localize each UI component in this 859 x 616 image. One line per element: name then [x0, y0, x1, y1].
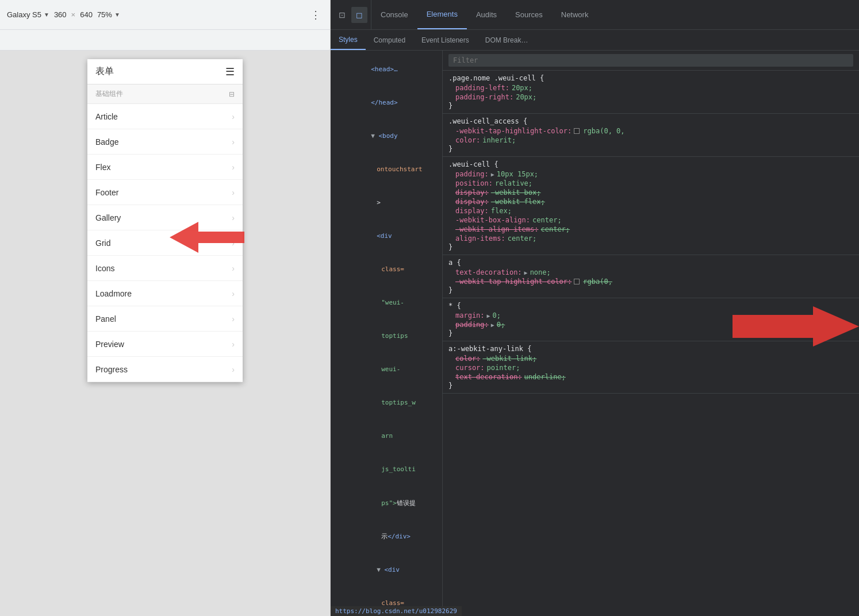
html-line[interactable]: weui-	[331, 353, 442, 387]
component-item[interactable]: Icons ›	[87, 256, 243, 281]
more-menu-icon[interactable]: ⋮	[308, 6, 323, 24]
section-label: 基础组件	[95, 89, 123, 99]
css-selector: .page.nome .weui-cell {	[448, 74, 853, 82]
css-brace: }	[448, 286, 853, 294]
arrow-right-icon: ›	[232, 163, 235, 172]
html-line[interactable]: </head>	[331, 86, 442, 120]
component-item[interactable]: Gallery ›	[87, 205, 243, 230]
html-line[interactable]: <head>…	[331, 53, 442, 86]
css-prop-line: color: -webkit-link;	[448, 354, 853, 363]
component-name-footer: Footer	[95, 188, 118, 197]
component-name: Grid	[95, 238, 110, 248]
app-title: 表单	[95, 66, 114, 78]
html-line[interactable]: ps">错误提	[331, 487, 442, 520]
css-prop-line: padding-right: 20px;	[448, 93, 853, 102]
css-selector: a {	[448, 259, 853, 267]
html-line[interactable]: <div	[331, 220, 442, 253]
component-item[interactable]: Grid ›	[87, 230, 243, 256]
css-prop-line: -webkit-tap-highlight-color: rgba(0,	[448, 277, 853, 286]
html-line[interactable]: ▼ <div	[331, 553, 442, 587]
component-section-header: 基础组件 ⊟	[87, 84, 243, 104]
html-line[interactable]: >	[331, 186, 442, 220]
mobile-preview-panel: 表单 ☰ 基础组件 ⊟ Article › Badge	[0, 51, 331, 616]
html-line[interactable]: arn	[331, 420, 442, 453]
component-item[interactable]: Flex ›	[87, 155, 243, 180]
styles-filter-input[interactable]	[448, 54, 853, 67]
component-name: Panel	[95, 314, 116, 324]
css-rule-2: .weui-cell_access { -webkit-tap-highligh…	[443, 114, 859, 157]
zoom-arrow: ▼	[114, 11, 120, 18]
component-item[interactable]: Progress ›	[87, 357, 243, 382]
subtab-styles[interactable]: Styles	[331, 30, 366, 50]
css-prop-line: color: inherit;	[448, 136, 853, 145]
html-line[interactable]: ▼ <body	[331, 120, 442, 153]
component-name: Badge	[95, 137, 118, 147]
subtab-event-listeners[interactable]: Event Listeners	[413, 30, 477, 50]
devtools-tabs-bar: ⊡ ◻ Console Elements Audits Sources Netw…	[331, 0, 859, 30]
css-brace: }	[448, 102, 853, 110]
subtab-dom-break[interactable]: DOM Break…	[477, 30, 536, 50]
css-selector: * {	[448, 302, 853, 310]
component-name: Gallery	[95, 213, 121, 222]
device-toolbar: Galaxy S5 ▼ 360 × 640 75% ▼ ⋮	[0, 0, 331, 30]
component-item[interactable]: Badge ›	[87, 129, 243, 155]
component-item[interactable]: Loadmore ›	[87, 281, 243, 306]
arrow-right-icon: ›	[232, 340, 235, 349]
html-line[interactable]: class=	[331, 253, 442, 286]
css-prop-line: cursor: pointer;	[448, 363, 853, 372]
css-prop-line: padding-left: 20px;	[448, 83, 853, 93]
css-rule-5: * { margin: ▶ 0; padding: ▶ 0; }	[443, 298, 859, 341]
html-line[interactable]: 示</div>	[331, 520, 442, 553]
devtools-toolbar-icons: ⊡ ◻	[331, 0, 371, 29]
component-item[interactable]: Preview ›	[87, 332, 243, 357]
device-selector[interactable]: Galaxy S5 ▼	[7, 10, 49, 19]
component-name: Article	[95, 112, 118, 121]
css-brace: }	[448, 329, 853, 337]
css-brace: }	[448, 382, 853, 390]
css-prop-line: -webkit-align-items: center;	[448, 225, 853, 234]
html-line[interactable]: ontouchstart	[331, 153, 442, 186]
css-selector: a:-webkit-any-link {	[448, 345, 853, 353]
elements-panel: <head>… </head> ▼ <body ontouchstart > <…	[331, 51, 443, 616]
arrow-right-icon: ›	[232, 213, 235, 222]
tab-audits[interactable]: Audits	[467, 0, 506, 29]
css-prop-line: text-decoration: ▶ none;	[448, 268, 853, 277]
devtools-panel: <head>… </head> ▼ <body ontouchstart > <…	[331, 51, 859, 616]
html-line[interactable]: "weui-	[331, 286, 442, 319]
component-item[interactable]: Article ›	[87, 104, 243, 129]
cursor-icon[interactable]: ⊡	[334, 7, 350, 23]
arrow-right-icon: ›	[232, 365, 235, 374]
component-item-footer[interactable]: Footer ›	[87, 180, 243, 205]
tab-elements[interactable]: Elements	[417, 0, 467, 29]
device-dropdown-arrow[interactable]: ▼	[44, 11, 49, 18]
html-line[interactable]: toptips_w	[331, 387, 442, 420]
hamburger-icon[interactable]: ☰	[225, 66, 235, 78]
component-name: Loadmore	[95, 289, 132, 298]
url-bar: https://blog.csdn.net/u012982629	[331, 606, 462, 616]
arrow-right-icon: ›	[232, 264, 235, 273]
css-selector: .weui-cell_access {	[448, 117, 853, 125]
tab-network[interactable]: Network	[552, 0, 598, 29]
component-item[interactable]: Panel ›	[87, 306, 243, 332]
dimension-width: 360	[54, 10, 67, 19]
arrow-right-icon: ›	[232, 289, 235, 298]
css-prop-line: -webkit-tap-highlight-color: rgba(0, 0,	[448, 126, 853, 136]
css-brace: }	[448, 145, 853, 153]
css-prop-line: display: -webkit-box;	[448, 188, 853, 197]
subtab-computed[interactable]: Computed	[366, 30, 413, 50]
device-name: Galaxy S5	[7, 10, 41, 19]
zoom-selector[interactable]: 75% ▼	[97, 10, 120, 19]
component-name: Icons	[95, 264, 114, 273]
css-prop-line: position: relative;	[448, 179, 853, 188]
inspect-icon[interactable]: ◻	[351, 7, 367, 23]
css-selector: .weui-cell {	[448, 160, 853, 168]
zoom-value: 75%	[97, 10, 112, 19]
css-rule-6: a:-webkit-any-link { color: -webkit-link…	[443, 341, 859, 394]
tab-console[interactable]: Console	[371, 0, 417, 29]
arrow-right-icon: ›	[232, 112, 235, 121]
html-line[interactable]: toptips	[331, 320, 442, 353]
html-line[interactable]: js_toolti	[331, 453, 442, 487]
devtools-subtabs: Styles Computed Event Listeners DOM Brea…	[331, 30, 859, 51]
css-brace: }	[448, 243, 853, 251]
tab-sources[interactable]: Sources	[506, 0, 552, 29]
